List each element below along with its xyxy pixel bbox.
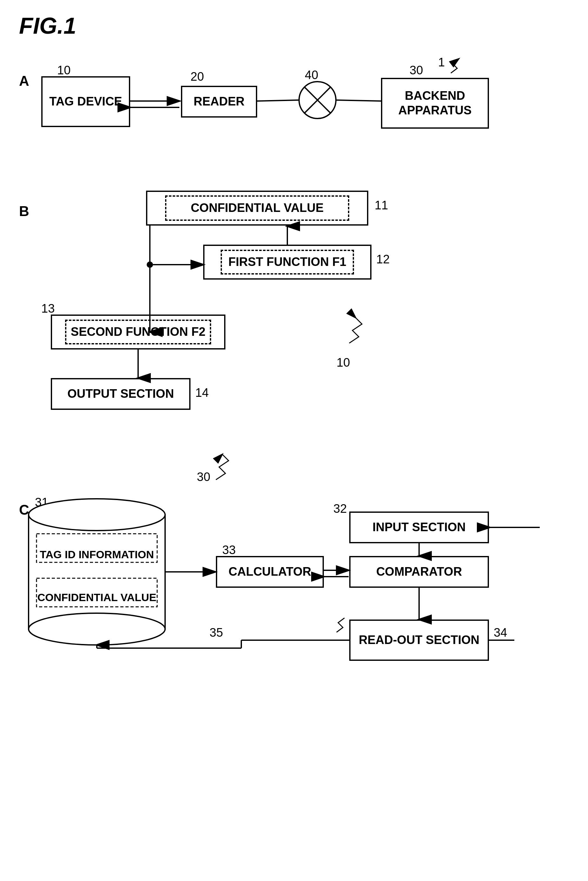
section-a-label: A bbox=[19, 73, 29, 89]
confidential-value-outer: CONFIDENTIAL VALUE bbox=[146, 191, 368, 226]
ref-11: 11 bbox=[375, 198, 388, 212]
ref-tag-device: 10 bbox=[57, 63, 70, 77]
ref-13: 13 bbox=[41, 302, 55, 316]
ref-32: 32 bbox=[333, 502, 347, 516]
first-function-box: FIRST FUNCTION F1 bbox=[220, 250, 354, 275]
section-c-label: C bbox=[19, 502, 29, 518]
ref-backend: 30 bbox=[410, 63, 423, 77]
ref-34: 34 bbox=[494, 626, 507, 639]
svg-rect-14 bbox=[28, 515, 165, 629]
input-section-box: INPUT SECTION bbox=[349, 511, 489, 543]
reader-box: READER bbox=[181, 86, 257, 117]
circle-x-symbol bbox=[298, 81, 336, 119]
ref-35: 35 bbox=[210, 626, 223, 639]
backend-apparatus-box: BACKEND APPARATUS bbox=[381, 78, 489, 129]
svg-line-9 bbox=[336, 100, 381, 101]
first-function-outer: FIRST FUNCTION F1 bbox=[203, 245, 372, 280]
diagram-arrows bbox=[0, 0, 588, 881]
svg-point-16 bbox=[28, 613, 165, 645]
tag-id-info-label: TAG ID INFORMATION bbox=[36, 540, 157, 569]
svg-point-15 bbox=[28, 499, 165, 531]
ref-system: 1 bbox=[438, 56, 445, 69]
section-b-label: B bbox=[19, 203, 29, 219]
figure-title: FIG.1 bbox=[19, 13, 76, 39]
ref-31: 31 bbox=[35, 496, 48, 509]
second-function-box: SECOND FUNCTION F2 bbox=[65, 320, 211, 344]
dot-node bbox=[147, 262, 153, 268]
confidential-value-box: CONFIDENTIAL VALUE bbox=[165, 195, 349, 221]
output-section-box: OUTPUT SECTION bbox=[51, 378, 190, 410]
calculator-box: CALCULATOR bbox=[216, 556, 324, 588]
ref-10-b: 10 bbox=[336, 356, 350, 370]
ref-14: 14 bbox=[195, 386, 208, 400]
ref-33: 33 bbox=[222, 543, 236, 557]
ref-reader: 20 bbox=[190, 70, 204, 84]
ref-12: 12 bbox=[376, 253, 390, 266]
confidential-value-c-label: CONFIDENTIAL VALUE bbox=[36, 583, 157, 612]
tag-device-box: TAG DEVICE bbox=[41, 76, 130, 127]
ref-30-c: 30 bbox=[197, 470, 210, 484]
svg-line-8 bbox=[257, 100, 298, 101]
ref-circle: 40 bbox=[305, 68, 318, 82]
comparator-box: COMPARATOR bbox=[349, 556, 489, 588]
second-function-outer: SECOND FUNCTION F2 bbox=[51, 314, 225, 349]
read-out-section-box: READ-OUT SECTION bbox=[349, 619, 489, 661]
